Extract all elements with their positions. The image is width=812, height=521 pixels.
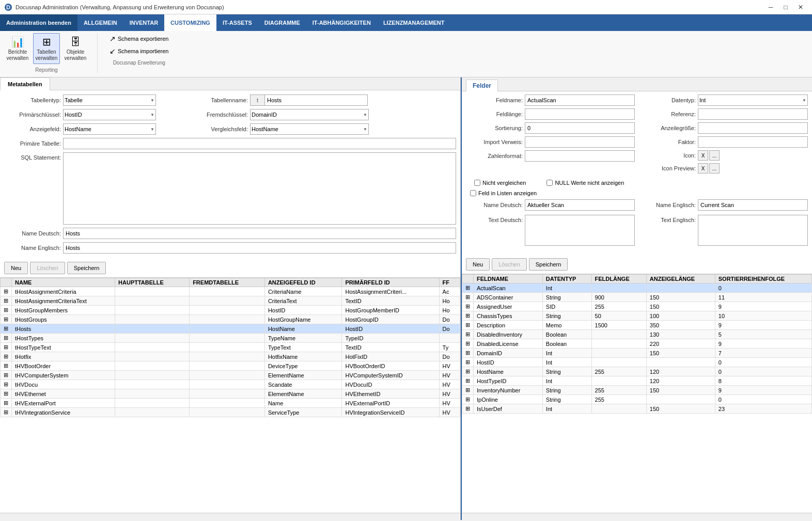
right-col-feldname[interactable]: FELDNAME — [474, 275, 543, 283]
left-table-row[interactable]: ⊞ tHostAssignmentCriteriaText CriteriaTe… — [1, 296, 460, 306]
right-table-row[interactable]: ⊞ DisabledLicense Boolean 220 9 — [462, 339, 812, 349]
right-table-row[interactable]: ⊞ ActualScan Int 0 — [462, 283, 812, 293]
right-neu-button[interactable]: Neu — [466, 258, 490, 271]
name-deutsch-input[interactable] — [63, 228, 456, 239]
left-table-row[interactable]: ⊞ tHVBootOrder DeviceType HVBootOrderID … — [1, 361, 460, 371]
left-table-row[interactable]: ⊞ tHostGroupMembers HostID HostGroupMemb… — [1, 306, 460, 315]
feldname-input[interactable] — [525, 94, 635, 106]
left-table-row[interactable]: ⊞ tHVIntegrationService ServiceType HVIn… — [1, 408, 460, 417]
left-speichern-button[interactable]: Speichern — [67, 262, 106, 274]
right-scrollbar-h[interactable] — [462, 513, 812, 520]
right-table-row[interactable]: ⊞ ADSContainer String 900 150 11 — [462, 293, 812, 302]
text-englisch-textarea[interactable] — [698, 215, 808, 246]
faktor-input[interactable] — [698, 136, 808, 148]
col-primaerfeld-id[interactable]: PRIMÄRFELD ID — [342, 278, 439, 287]
right-loeschen-button[interactable]: Löschen — [492, 258, 527, 271]
col-ff[interactable]: FF — [439, 278, 460, 287]
right-col-anzeigelaenge[interactable]: ANZEIGELÄNGE — [646, 275, 715, 283]
minimize-button[interactable]: ─ — [763, 0, 778, 14]
left-table-row[interactable]: ⊞ tHVComputerSystem ElementName HVComput… — [1, 371, 460, 380]
left-table-row[interactable]: ⊞ tHVEthernet ElementName HVEthernetID H… — [1, 389, 460, 399]
right-table-row[interactable]: ⊞ Description Memo 1500 350 9 — [462, 321, 812, 330]
tabellenname-input[interactable] — [264, 94, 368, 106]
right-col-feldlaenge[interactable]: FELDLÄNGE — [591, 275, 646, 283]
menu-allgemein[interactable]: ALLGEMEIN — [77, 14, 123, 31]
primaere-tabelle-input[interactable] — [63, 138, 456, 149]
objekte-verwalten-button[interactable]: 🗄 Objekteverwalten — [62, 33, 89, 64]
right-table-row[interactable]: ⊞ ChassisTypes String 50 100 10 — [462, 311, 812, 321]
right-table-row[interactable]: ⊞ DomainID Int 150 7 — [462, 349, 812, 358]
nicht-vergleichen-checkbox[interactable]: Nicht vergleichen — [474, 180, 526, 186]
tab-metatables[interactable]: Metatabellen — [0, 77, 50, 90]
right-speichern-button[interactable]: Speichern — [529, 258, 568, 271]
menu-customizing[interactable]: CUSTOMIZING — [164, 14, 216, 31]
right-table-row[interactable]: ⊞ IpOnline String 255 0 — [462, 395, 812, 404]
left-table-container[interactable]: NAME HAUPTTABELLE FREMDTABELLE ANZEIGEFE… — [0, 277, 460, 513]
left-table-row[interactable]: ⊞ tHotfix HotfixName HotFixID Do — [1, 352, 460, 361]
feldlaenge-input[interactable] — [525, 108, 635, 120]
import-verweis-input[interactable] — [525, 136, 635, 148]
maximize-button[interactable]: □ — [778, 0, 793, 14]
left-table-row[interactable]: ⊞ tHosts HostName HostID Do — [1, 324, 460, 334]
schema-import-button[interactable]: ↙ Schema importieren — [106, 45, 172, 57]
col-name[interactable]: NAME — [12, 278, 115, 287]
text-deutsch-textarea[interactable] — [525, 215, 635, 246]
icon-preview-dots-button[interactable]: ... — [709, 163, 720, 173]
icon-x-button[interactable]: X — [698, 150, 708, 161]
right-table-row[interactable]: ⊞ InventoryNumber String 255 150 9 — [462, 386, 812, 395]
menu-diagramme[interactable]: DIAGRAMME — [258, 14, 306, 31]
tabellen-verwalten-button[interactable]: ⊞ Tabellenverwalten — [33, 33, 60, 64]
anzeigegroesse-input[interactable] — [698, 122, 808, 134]
menu-lizenzmanagement[interactable]: LIZENZMANAGEMENT — [377, 14, 451, 31]
row-primaerfeld: HostID — [342, 324, 439, 334]
anzeigefeld-select[interactable]: HostName ▼ — [63, 123, 156, 135]
sortierung-input[interactable] — [525, 122, 635, 134]
icon-dots-button[interactable]: ... — [709, 150, 720, 161]
referenz-input[interactable] — [698, 108, 808, 120]
sql-textarea[interactable] — [63, 152, 456, 225]
right-table-row[interactable]: ⊞ HostName String 255 120 0 — [462, 367, 812, 376]
menu-inventar[interactable]: INVENTAR — [123, 14, 164, 31]
name-englisch-input[interactable] — [63, 242, 456, 254]
feld-in-listen-checkbox[interactable]: Feld in Listen anzeigen — [470, 190, 804, 196]
right-table-row[interactable]: ⊞ AssignedUser SID 255 150 9 — [462, 302, 812, 311]
right-name-englisch-input[interactable] — [698, 199, 808, 211]
berichte-verwalten-button[interactable]: 📊 Berichteverwalten — [4, 33, 31, 64]
left-table-row[interactable]: ⊞ tHVDocu Scandate HVDocuID HV — [1, 380, 460, 389]
left-neu-button[interactable]: Neu — [4, 262, 28, 274]
right-table-container[interactable]: FELDNAME DATENTYP FELDLÄNGE ANZEIGELÄNGE… — [462, 274, 812, 513]
admin-button[interactable]: Administration beenden — [0, 14, 77, 31]
menu-it-assets[interactable]: IT-ASSETS — [216, 14, 258, 31]
right-table-row[interactable]: ⊞ IsUserDef Int 150 23 — [462, 404, 812, 414]
zahlenformat-input[interactable] — [525, 150, 635, 162]
right-table-row[interactable]: ⊞ DisabledInventory Boolean 130 5 — [462, 330, 812, 339]
right-table-row[interactable]: ⊞ HostID Int 0 — [462, 358, 812, 367]
left-loeschen-button[interactable]: Löschen — [30, 262, 65, 274]
right-col-sortierung[interactable]: SORTIERREIHENFOLGE — [715, 275, 811, 283]
col-anzeigefeld-id[interactable]: ANZEIGEFELD ID — [264, 278, 342, 287]
left-scrollbar-h[interactable] — [0, 513, 460, 520]
right-col-datentyp[interactable]: DATENTYP — [542, 275, 591, 283]
col-fremdtabelle[interactable]: FREMDTABELLE — [190, 278, 265, 287]
fremdschluessel-select[interactable]: DomainID ▼ — [250, 109, 369, 120]
left-table-row[interactable]: ⊞ tHVExternalPort Name HVExternalPortID … — [1, 399, 460, 408]
right-table-row[interactable]: ⊞ HostTypeID Int 120 8 — [462, 376, 812, 386]
row-ff: Ty — [439, 343, 460, 352]
left-table-row[interactable]: ⊞ tHostAssignmentCriteria CriteriaName H… — [1, 287, 460, 296]
icon-preview-x-button[interactable]: X — [698, 163, 708, 173]
col-haupttabelle[interactable]: HAUPTTABELLE — [115, 278, 190, 287]
null-werte-checkbox[interactable]: NULL Werte nicht anzeigen — [546, 180, 624, 186]
left-table-row[interactable]: ⊞ tHostTypes TypeName TypeID — [1, 334, 460, 343]
row-anzeigefeld: TypeText — [264, 343, 342, 352]
primaerschluessel-select[interactable]: HostID ▼ — [63, 109, 156, 120]
datentyp-select[interactable]: Int ▼ — [698, 94, 808, 106]
left-table-row[interactable]: ⊞ tHostGroups HostGroupName HostGroupID … — [1, 315, 460, 324]
tab-felder[interactable]: Felder — [466, 80, 498, 91]
left-table-row[interactable]: ⊞ tHostTypeText TypeText TextID Ty — [1, 343, 460, 352]
menu-it-abhaengigkeiten[interactable]: IT-ABHÄNGIGKEITEN — [306, 14, 377, 31]
vergleichsfeld-select[interactable]: HostName ▼ — [250, 123, 369, 135]
right-name-deutsch-input[interactable] — [525, 199, 635, 211]
schema-export-button[interactable]: ↗ Schema exportieren — [106, 33, 172, 44]
tabellentyp-select[interactable]: Tabelle ▼ — [63, 94, 156, 106]
close-button[interactable]: ✕ — [793, 0, 808, 14]
